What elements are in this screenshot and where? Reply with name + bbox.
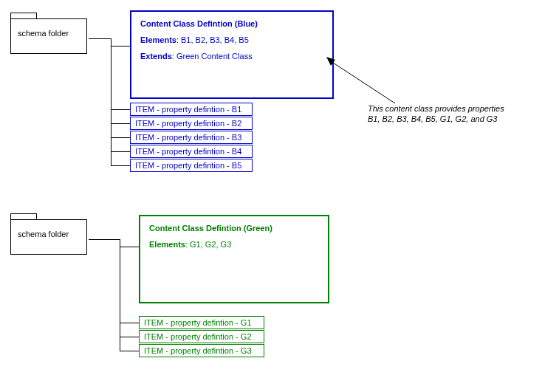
- blue-extends-label: Extends: [140, 52, 172, 61]
- blue-elements-value: : B1, B2, B3, B4, B5: [176, 35, 249, 44]
- annotation-text: This content class provides properties B…: [368, 103, 545, 125]
- schema-folder-2: schema folder: [10, 213, 87, 253]
- blue-item-b2: ITEM - property defintion - B2: [130, 117, 253, 130]
- blue-item-b3: ITEM - property defintion - B3: [130, 131, 253, 144]
- blue-item-b4: ITEM - property defintion - B4: [130, 145, 253, 158]
- schema-folder-1: schema folder: [10, 13, 87, 52]
- schema-folder-1-label: schema folder: [18, 29, 69, 38]
- green-item-g1: ITEM - property defintion - G1: [139, 316, 264, 329]
- blue-elements-label: Elements: [140, 35, 176, 44]
- schema-folder-2-label: schema folder: [18, 230, 69, 238]
- green-title: Content Class Defintion (Green): [149, 224, 319, 233]
- blue-item-b5: ITEM - property defintion - B5: [130, 159, 253, 172]
- blue-item-b1: ITEM - property defintion - B1: [130, 103, 253, 116]
- svg-line-0: [331, 61, 395, 103]
- green-elements-label: Elements: [149, 240, 185, 249]
- annotation-line1: This content class provides properties: [368, 103, 545, 114]
- annotation-line2: B1, B2, B3, B4, B5, G1, G2, and G3: [368, 114, 545, 124]
- svg-marker-1: [326, 57, 335, 66]
- green-item-g2: ITEM - property defintion - G2: [139, 330, 264, 343]
- annotation-arrow-icon: [325, 55, 399, 107]
- blue-title: Content Class Defintion (Blue): [140, 19, 323, 28]
- green-elements-value: : G1, G2, G3: [185, 240, 231, 249]
- green-item-g3: ITEM - property defintion - G3: [139, 344, 264, 357]
- blue-extends-value: : Green Content Class: [172, 52, 253, 61]
